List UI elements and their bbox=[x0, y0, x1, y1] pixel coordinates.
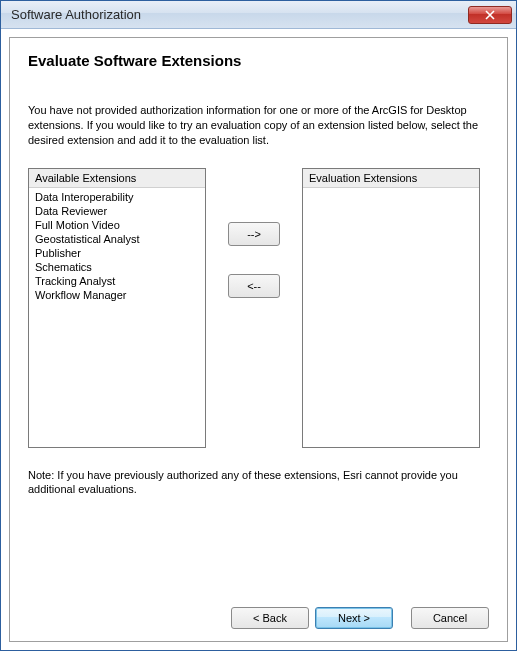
list-item[interactable]: Publisher bbox=[29, 246, 205, 260]
evaluation-header: Evaluation Extensions bbox=[303, 169, 479, 188]
spacer bbox=[28, 497, 489, 597]
inner-panel: Evaluate Software Extensions You have no… bbox=[9, 37, 508, 642]
authorization-window: Software Authorization Evaluate Software… bbox=[0, 0, 517, 651]
list-item[interactable]: Full Motion Video bbox=[29, 218, 205, 232]
window-title: Software Authorization bbox=[11, 7, 468, 22]
evaluation-body bbox=[303, 188, 479, 447]
available-extensions-list[interactable]: Available Extensions Data Interoperabili… bbox=[28, 168, 206, 448]
list-item[interactable]: Tracking Analyst bbox=[29, 274, 205, 288]
close-icon bbox=[485, 10, 495, 20]
lists-row: Available Extensions Data Interoperabili… bbox=[28, 168, 489, 448]
transfer-buttons: --> <-- bbox=[206, 168, 302, 298]
remove-button[interactable]: <-- bbox=[228, 274, 280, 298]
list-item[interactable]: Schematics bbox=[29, 260, 205, 274]
available-body: Data InteroperabilityData ReviewerFull M… bbox=[29, 188, 205, 447]
list-item[interactable]: Geostatistical Analyst bbox=[29, 232, 205, 246]
add-button[interactable]: --> bbox=[228, 222, 280, 246]
footer-buttons: < Back Next > Cancel bbox=[28, 597, 489, 629]
content-wrap: Evaluate Software Extensions You have no… bbox=[1, 29, 516, 650]
available-header: Available Extensions bbox=[29, 169, 205, 188]
list-item[interactable]: Data Interoperability bbox=[29, 190, 205, 204]
list-item[interactable]: Data Reviewer bbox=[29, 204, 205, 218]
titlebar: Software Authorization bbox=[1, 1, 516, 29]
cancel-button[interactable]: Cancel bbox=[411, 607, 489, 629]
close-button[interactable] bbox=[468, 6, 512, 24]
description-text: You have not provided authorization info… bbox=[28, 103, 489, 148]
page-heading: Evaluate Software Extensions bbox=[28, 52, 489, 69]
evaluation-extensions-list[interactable]: Evaluation Extensions bbox=[302, 168, 480, 448]
back-button[interactable]: < Back bbox=[231, 607, 309, 629]
note-text: Note: If you have previously authorized … bbox=[28, 468, 489, 498]
list-item[interactable]: Workflow Manager bbox=[29, 288, 205, 302]
next-button[interactable]: Next > bbox=[315, 607, 393, 629]
